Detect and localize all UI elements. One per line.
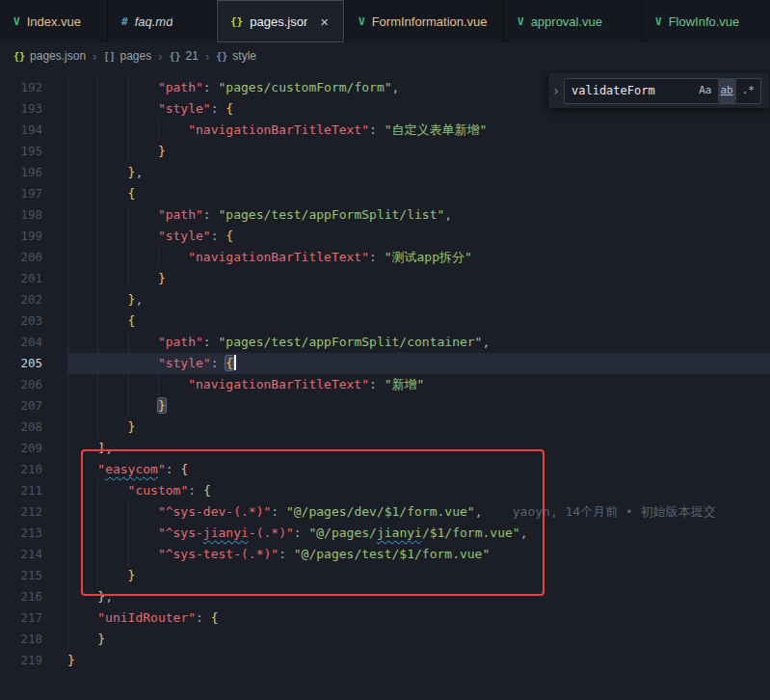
code-line[interactable]: 199"style": { xyxy=(0,226,770,247)
tab-approval-vue[interactable]: V approval.vue xyxy=(504,0,642,42)
code-line[interactable]: 214"^sys-test-(.*)": "@/pages/test/$1/fo… xyxy=(0,544,770,565)
code-text: { xyxy=(67,183,770,204)
code-token: : xyxy=(203,335,219,349)
indent-guide xyxy=(97,353,127,374)
git-blame-annotation: yaoyn, 14个月前 • 初始版本提交 xyxy=(513,504,716,519)
line-number: 215 xyxy=(0,565,42,586)
breadcrumb-symbol-pages[interactable]: [] pages xyxy=(103,49,151,63)
line-number: 208 xyxy=(0,417,42,438)
indent-guide xyxy=(97,268,127,289)
code-line[interactable]: 217"uniIdRouter": { xyxy=(0,607,770,629)
code-line[interactable]: 196}, xyxy=(0,162,770,183)
indent-guide xyxy=(128,395,158,417)
editor[interactable]: 192"path": "pages/customForm/form",193"s… xyxy=(0,69,770,700)
tab-faq-md[interactable]: # faq.md xyxy=(108,0,217,42)
indent-guide xyxy=(67,374,97,395)
tab-label: Index.vue xyxy=(27,14,81,29)
indent-guide xyxy=(67,247,97,268)
code-token: } xyxy=(128,419,136,434)
code-token: : xyxy=(196,610,211,625)
tab-pages-json[interactable]: {} pages.json × xyxy=(217,0,345,42)
indent-guide xyxy=(128,120,158,141)
find-widget: › validateForm Aa ab .* xyxy=(547,73,770,109)
indent-guide xyxy=(67,332,97,353)
code-line[interactable]: 210"easycom": { xyxy=(0,459,770,480)
code-token: , xyxy=(392,80,400,94)
code-line[interactable]: 212"^sys-dev-(.*)": "@/pages/dev/$1/form… xyxy=(0,501,770,523)
breadcrumb-symbol-style[interactable]: {} style xyxy=(216,49,256,63)
code-line[interactable]: 205"style": { xyxy=(0,353,770,374)
line-number: 200 xyxy=(0,247,42,268)
code-line[interactable]: 216}, xyxy=(0,586,770,607)
chevron-right-icon[interactable]: › xyxy=(548,80,564,101)
whole-word-toggle[interactable]: ab xyxy=(718,78,736,103)
code-line[interactable]: 211"custom": { xyxy=(0,480,770,501)
close-icon[interactable]: × xyxy=(318,14,331,29)
code-token: "@/pages/test/$1/form.vue" xyxy=(294,547,491,561)
code-text: "navigationBarTitleText": "自定义表单新增" xyxy=(67,120,770,141)
code-line[interactable]: 203{ xyxy=(0,310,770,332)
code-token: "@/pages/ xyxy=(308,525,376,540)
code-line[interactable]: 215} xyxy=(0,565,770,586)
indent-guide xyxy=(67,310,97,332)
code-token: { xyxy=(226,101,233,116)
line-number: 219 xyxy=(0,650,42,671)
line-number: 210 xyxy=(0,459,42,480)
tab-index-vue[interactable]: V Index.vue xyxy=(0,0,108,42)
code-line[interactable]: 207} xyxy=(0,395,770,417)
code-line[interactable]: 200"navigationBarTitleText": "测试app拆分" xyxy=(0,247,770,268)
code-token: "navigationBarTitleText" xyxy=(188,250,369,264)
line-number: 199 xyxy=(0,226,42,247)
code-token: "pages/test/appFormSplit/container" xyxy=(219,335,483,349)
code-line[interactable]: 198"path": "pages/test/appFormSplit/list… xyxy=(0,204,770,226)
code-line[interactable]: 218} xyxy=(0,629,770,650)
code-line[interactable]: 201} xyxy=(0,268,770,289)
code-text: "navigationBarTitleText": "测试app拆分" xyxy=(67,247,770,268)
breadcrumb-symbol-21[interactable]: {} 21 xyxy=(170,49,199,63)
code-line[interactable]: 194"navigationBarTitleText": "自定义表单新增" xyxy=(0,120,770,141)
find-input[interactable]: validateForm Aa ab .* xyxy=(564,78,761,104)
code-line[interactable]: 197{ xyxy=(0,183,770,204)
code-text: "^sys-test-(.*)": "@/pages/test/$1/form.… xyxy=(67,544,770,565)
code-line[interactable]: 209], xyxy=(0,438,770,459)
indent-guide xyxy=(67,289,97,310)
line-number: 203 xyxy=(0,310,42,332)
indent-guide xyxy=(67,204,97,226)
line-number: 195 xyxy=(0,141,42,162)
line-number: 193 xyxy=(0,98,42,120)
code-line[interactable]: 195} xyxy=(0,141,770,162)
indent-guide xyxy=(67,98,97,120)
line-number: 197 xyxy=(0,183,42,204)
indent-guide xyxy=(67,629,97,650)
line-number: 194 xyxy=(0,120,42,141)
line-number: 207 xyxy=(0,395,42,417)
breadcrumb-file[interactable]: {} pages.json xyxy=(13,49,86,63)
indent-guide xyxy=(67,395,97,417)
code-line[interactable]: 213"^sys-jianyi-(.*)": "@/pages/jianyi/$… xyxy=(0,523,770,544)
code-token: } xyxy=(67,653,75,667)
code-token: , xyxy=(105,441,113,455)
code-line[interactable]: 206"navigationBarTitleText": "新增" xyxy=(0,374,770,395)
match-case-toggle[interactable]: Aa xyxy=(696,78,714,103)
indent-guide xyxy=(67,501,97,523)
indent-guide xyxy=(97,523,127,544)
code-line[interactable]: 204"path": "pages/test/appFormSplit/cont… xyxy=(0,332,770,353)
indent-guide xyxy=(97,374,127,395)
tab-flowinfo-vue[interactable]: V FlowInfo.vue xyxy=(642,0,770,42)
indent-guide xyxy=(97,289,127,310)
tab-forminformation-vue[interactable]: V FormInformation.vue xyxy=(345,0,504,42)
regex-toggle[interactable]: .* xyxy=(739,78,757,103)
code-token: , xyxy=(135,165,143,179)
code-token: { xyxy=(128,186,136,201)
tab-label: faq.md xyxy=(135,14,173,29)
indent-guide xyxy=(97,332,127,353)
object-symbol-icon: {} xyxy=(216,51,227,62)
code-line[interactable]: 202}, xyxy=(0,289,770,310)
code-text: } xyxy=(67,650,770,671)
breadcrumb-separator: › xyxy=(93,49,96,64)
code-line[interactable]: 219} xyxy=(0,650,770,671)
code-text: } xyxy=(67,395,770,417)
indent-guide xyxy=(128,544,158,565)
indent-guide xyxy=(97,226,127,247)
code-line[interactable]: 208} xyxy=(0,417,770,438)
